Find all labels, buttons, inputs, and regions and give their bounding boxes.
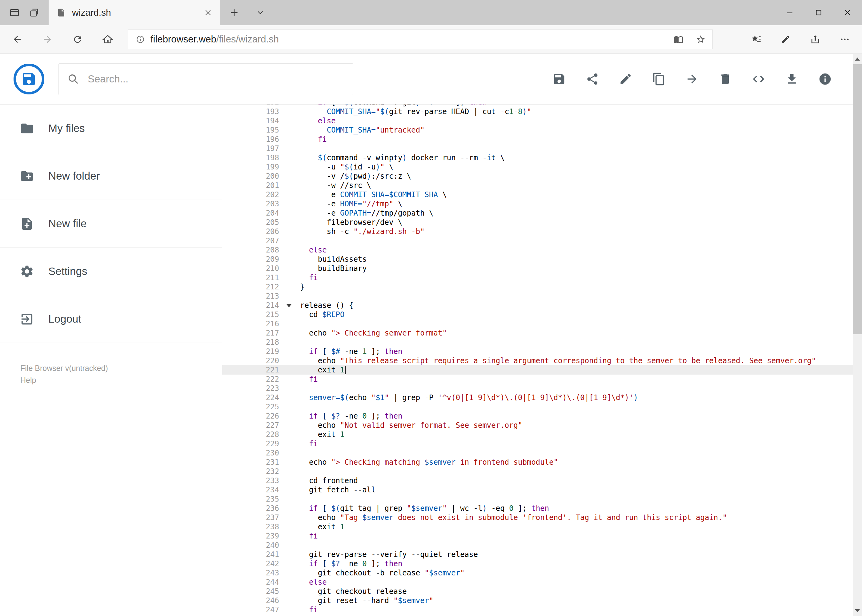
browser-tab[interactable]: wizard.sh — [49, 0, 220, 25]
refresh-button[interactable] — [68, 30, 87, 49]
search-box[interactable] — [58, 63, 353, 95]
window-minimize-button[interactable] — [775, 0, 804, 25]
code-line-223[interactable]: 223 — [222, 384, 862, 393]
code-line-231[interactable]: 231 echo "> Checking matching $semver in… — [222, 457, 862, 467]
scrollbar-thumb[interactable] — [853, 64, 862, 334]
code-line-237[interactable]: 237 echo "Tag $semver does not exist in … — [222, 513, 862, 522]
code-editor[interactable]: 192 if [ "$(command -v git)" != "" ]; th… — [222, 105, 862, 616]
code-line-202[interactable]: 202 -e COMMIT_SHA=$COMMIT_SHA \ — [222, 190, 862, 199]
code-line-203[interactable]: 203 -e HOME="//tmp" \ — [222, 199, 862, 209]
code-line-215[interactable]: 215 cd $REPO — [222, 310, 862, 319]
site-info-icon[interactable] — [132, 35, 148, 44]
back-button[interactable] — [7, 30, 27, 49]
code-line-196[interactable]: 196 fi — [222, 135, 862, 144]
search-input[interactable] — [87, 73, 344, 85]
code-line-238[interactable]: 238 exit 1 — [222, 522, 862, 531]
code-line-205[interactable]: 205 filebrowser/dev \ — [222, 218, 862, 227]
reading-view-icon[interactable] — [670, 31, 687, 48]
download-button[interactable] — [785, 72, 799, 86]
code-line-232[interactable]: 232 — [222, 467, 862, 476]
code-line-229[interactable]: 229 fi — [222, 439, 862, 448]
code-line-195[interactable]: 195 COMMIT_SHA="untracked" — [222, 126, 862, 135]
code-line-209[interactable]: 209 buildAssets — [222, 255, 862, 264]
code-line-226[interactable]: 226 if [ $? -ne 0 ]; then — [222, 412, 862, 421]
filebrowser-logo[interactable] — [14, 64, 44, 94]
switch-view-button[interactable] — [752, 72, 765, 86]
window-maximize-button[interactable] — [804, 0, 833, 25]
code-line-230[interactable]: 230 — [222, 448, 862, 457]
code-line-235[interactable]: 235 — [222, 495, 862, 504]
code-line-207[interactable]: 207 — [222, 236, 862, 245]
code-line-244[interactable]: 244 else — [222, 578, 862, 587]
code-line-219[interactable]: 219 if [ $# -ne 1 ]; then — [222, 347, 862, 356]
code-line-246[interactable]: 246 git reset --hard "$semver" — [222, 596, 862, 605]
sidebar-item-settings[interactable]: Settings — [0, 248, 222, 295]
scrollbar-up-arrow-icon[interactable] — [853, 54, 862, 64]
code-line-239[interactable]: 239 fi — [222, 531, 862, 541]
code-line-200[interactable]: 200 -v /$(pwd):/src:z \ — [222, 171, 862, 181]
code-line-236[interactable]: 236 if [ $(git tag | grep "$semver" | wc… — [222, 504, 862, 513]
code-line-240[interactable]: 240 — [222, 541, 862, 550]
code-line-211[interactable]: 211 fi — [222, 273, 862, 282]
code-line-222[interactable]: 222 fi — [222, 375, 862, 384]
code-line-220[interactable]: 220 echo "This release script requires a… — [222, 356, 862, 365]
code-line-227[interactable]: 227 echo "Not valid semver format. See s… — [222, 421, 862, 430]
more-options-icon[interactable] — [834, 31, 856, 48]
code-line-216[interactable]: 216 — [222, 319, 862, 328]
hub-favorites-icon[interactable] — [745, 31, 767, 48]
code-line-197[interactable]: 197 — [222, 144, 862, 153]
code-line-221[interactable]: 221 exit 1 — [222, 365, 862, 375]
edit-button[interactable] — [619, 72, 632, 86]
new-tab-button[interactable] — [220, 0, 248, 25]
code-line-198[interactable]: 198 $(command -v winpty) docker run --rm… — [222, 153, 862, 162]
code-line-218[interactable]: 218 — [222, 338, 862, 347]
code-line-228[interactable]: 228 exit 1 — [222, 430, 862, 439]
code-line-213[interactable]: 213 — [222, 292, 862, 301]
code-line-233[interactable]: 233 cd frontend — [222, 476, 862, 485]
code-line-217[interactable]: 217 echo "> Checking semver format" — [222, 328, 862, 338]
code-line-204[interactable]: 204 -e GOPATH=//tmp/gopath \ — [222, 209, 862, 218]
home-button[interactable] — [98, 30, 118, 49]
fold-marker-icon[interactable] — [282, 304, 296, 307]
forward-button[interactable] — [38, 30, 57, 49]
tab-list-chevron-icon[interactable] — [248, 0, 273, 25]
sidebar-item-logout[interactable]: Logout — [0, 295, 222, 343]
sidebar-item-new-folder[interactable]: New folder — [0, 152, 222, 200]
scrollbar-down-arrow-icon[interactable] — [853, 605, 862, 616]
code-line-224[interactable]: 224 semver=$(echo "$1" | grep -P '^v(0|[… — [222, 393, 862, 402]
code-line-192[interactable]: 192 if [ "$(command -v git)" != "" ]; th… — [222, 105, 862, 107]
address-bar[interactable]: filebrowser.web/files/wizard.sh — [128, 30, 713, 49]
code-line-243[interactable]: 243 git checkout -b release "$semver" — [222, 568, 862, 578]
save-button[interactable] — [552, 72, 566, 86]
code-line-247[interactable]: 247 fi — [222, 605, 862, 614]
code-line-225[interactable]: 225 — [222, 402, 862, 412]
code-line-201[interactable]: 201 -w //src \ — [222, 181, 862, 190]
share-button[interactable] — [586, 72, 599, 86]
help-link[interactable]: Help — [20, 374, 108, 386]
web-notes-pen-icon[interactable] — [775, 31, 797, 48]
set-tabs-aside-icon[interactable] — [29, 7, 39, 18]
info-button[interactable] — [818, 72, 832, 86]
share-page-icon[interactable] — [804, 31, 826, 48]
code-line-208[interactable]: 208 else — [222, 245, 862, 255]
code-line-210[interactable]: 210 buildBinary — [222, 264, 862, 273]
copy-button[interactable] — [652, 72, 666, 86]
window-close-button[interactable] — [833, 0, 862, 25]
code-line-193[interactable]: 193 COMMIT_SHA="$(git rev-parse HEAD | c… — [222, 107, 862, 116]
tab-close-icon[interactable] — [204, 9, 212, 17]
tab-preview-icon[interactable] — [9, 7, 20, 18]
code-line-234[interactable]: 234 git fetch --all — [222, 485, 862, 495]
page-scrollbar[interactable] — [853, 54, 862, 616]
code-line-206[interactable]: 206 sh -c "./wizard.sh -b" — [222, 227, 862, 236]
code-line-199[interactable]: 199 -u "$(id -u)" \ — [222, 162, 862, 171]
delete-button[interactable] — [719, 72, 732, 86]
sidebar-item-new-file[interactable]: New file — [0, 200, 222, 248]
code-line-194[interactable]: 194 else — [222, 116, 862, 126]
code-line-242[interactable]: 242 if [ $? -ne 0 ]; then — [222, 559, 862, 568]
sidebar-item-my-files[interactable]: My files — [0, 105, 222, 152]
code-line-212[interactable]: 212} — [222, 282, 862, 292]
code-line-245[interactable]: 245 git checkout release — [222, 587, 862, 596]
move-button[interactable] — [686, 72, 699, 86]
code-line-241[interactable]: 241 git rev-parse --verify --quiet relea… — [222, 550, 862, 559]
add-favorite-star-icon[interactable] — [692, 31, 709, 48]
